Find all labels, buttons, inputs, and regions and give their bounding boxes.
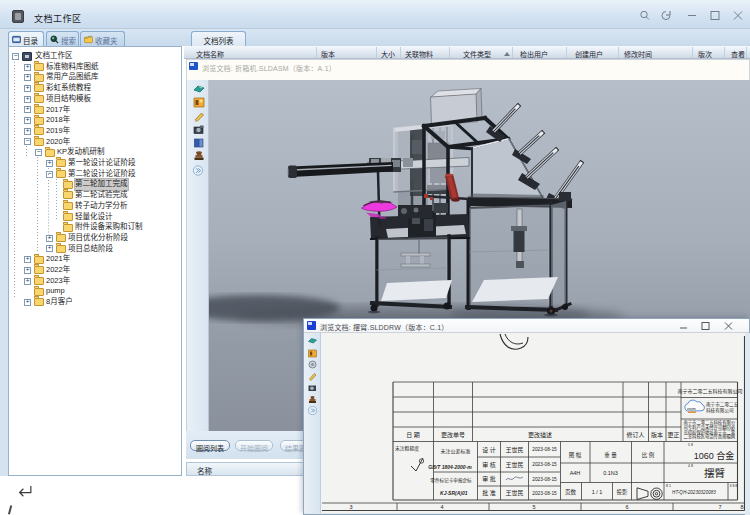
svg-text:版本: 版本 <box>651 431 663 439</box>
svg-text:更正: 更正 <box>667 432 679 439</box>
svg-text:未注粗糙度: 未注粗糙度 <box>395 445 419 452</box>
svg-text:7: 7 <box>718 504 721 510</box>
svg-text:1 / 1: 1 / 1 <box>592 489 603 495</box>
svg-text:5: 5 <box>532 504 535 510</box>
svg-text:投影: 投影 <box>616 488 628 496</box>
svg-text:王世民: 王世民 <box>505 461 523 469</box>
svg-text:6: 6 <box>625 504 628 510</box>
svg-text:日 期: 日 期 <box>406 431 420 439</box>
svg-text:8 1: 8 1 <box>666 484 671 488</box>
svg-text:审 批: 审 批 <box>482 475 496 483</box>
svg-text:修订人: 修订人 <box>626 431 644 439</box>
svg-text:2023-08-15: 2023-08-15 <box>532 462 557 467</box>
svg-text:重 量: 重 量 <box>604 451 617 459</box>
svg-text:A4H: A4H <box>570 470 581 476</box>
svg-text:批 准: 批 准 <box>482 489 496 497</box>
svg-text:2023-08-15: 2023-08-15 <box>532 447 557 452</box>
svg-text:0.1N3: 0.1N3 <box>603 470 618 476</box>
svg-text:更改描述: 更改描述 <box>528 431 552 439</box>
svg-text:3: 3 <box>349 504 352 510</box>
svg-text:4 8: 4 8 <box>688 464 693 468</box>
svg-text:KJ-SR(A)01: KJ-SR(A)01 <box>440 490 468 496</box>
svg-text:3 8 8: 3 8 8 <box>730 484 738 488</box>
svg-text:未注公差标准: 未注公差标准 <box>440 448 470 455</box>
svg-text:王世民: 王世民 <box>505 446 523 454</box>
svg-text:8: 8 <box>740 504 743 510</box>
svg-text:更改单号: 更改单号 <box>441 431 465 439</box>
svg-text:4: 4 <box>440 504 443 510</box>
svg-text:2023-08-15: 2023-08-15 <box>532 491 557 496</box>
svg-text:二五科技区电话传真邮编网: 二五科技区电话传真邮编网 <box>684 433 736 440</box>
svg-text:比 例: 比 例 <box>642 451 655 459</box>
svg-text:南宁市二零二五科技有限公司: 南宁市二零二五科技有限公司 <box>677 388 742 395</box>
svg-text:南宁市二零二五: 南宁市二零二五 <box>706 401 739 408</box>
svg-text:1060 合金: 1060 合金 <box>694 450 735 461</box>
svg-text:zoom: zoom <box>687 407 696 411</box>
svg-text:摆臂: 摆臂 <box>704 467 725 479</box>
svg-text:设 计: 设 计 <box>482 446 496 454</box>
svg-text:GB/T 1804-2000-m: GB/T 1804-2000-m <box>428 464 472 470</box>
svg-text:科技有限公司: 科技有限公司 <box>706 407 734 414</box>
svg-text:审 核: 审 核 <box>482 461 496 469</box>
svg-text:2023-08-15: 2023-08-15 <box>532 477 557 482</box>
svg-text:HT-QH-20230320083: HT-QH-20230320083 <box>672 490 716 495</box>
svg-text:零件标记卡申报企标: 零件标记卡申报企标 <box>430 477 472 484</box>
svg-text:图 幅: 图 幅 <box>569 451 582 459</box>
svg-text:5 8: 5 8 <box>688 443 693 447</box>
svg-text:王世民: 王世民 <box>505 489 523 497</box>
svg-text:页数: 页数 <box>565 488 577 496</box>
